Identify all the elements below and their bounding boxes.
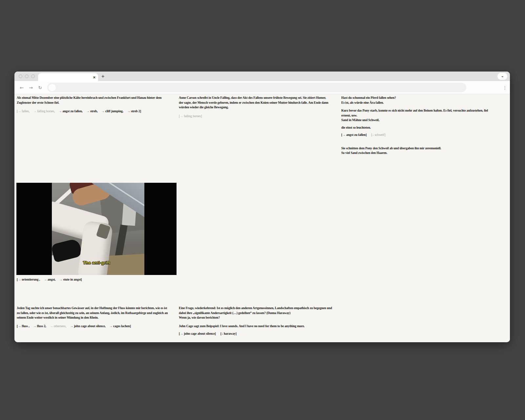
link-fluss-2[interactable]: → fluss 2,: [33, 324, 46, 328]
forward-button[interactable]: →: [26, 85, 35, 90]
link-john-cage-about-silence[interactable]: → john cage about silence,: [70, 324, 106, 328]
tab-strip: × + ⌄: [14, 72, 510, 81]
link-streb[interactable]: → streb,: [86, 109, 98, 113]
link-cages-lachen[interactable]: → cages lachen: [109, 324, 130, 328]
page-content: Als einmal Mitte Dezember eine plötzlich…: [14, 94, 510, 342]
link-john-cage-about-silence[interactable]: → john cage about silence: [180, 332, 215, 335]
reload-button[interactable]: ↻: [35, 85, 45, 90]
video-subtitle: The anti-grift: [16, 260, 177, 265]
paragraph: Jeden Tag suchte ich unser benachbartes …: [17, 306, 178, 320]
close-window-button[interactable]: [19, 74, 22, 78]
link-fluss[interactable]: → fluss ,: [18, 324, 29, 328]
close-tab-icon[interactable]: ×: [93, 75, 95, 79]
link-fallen[interactable]: → fallen,: [18, 109, 30, 113]
chevron-down-icon: ⌄: [501, 74, 504, 78]
kebab-menu-icon[interactable]: ⋮: [503, 81, 507, 94]
link-line: [→ orientierung ,→ angst,→ stute in angs…: [17, 277, 87, 282]
link-falling-horses[interactable]: → falling horses,: [33, 109, 55, 113]
maximize-window-button[interactable]: [31, 74, 35, 78]
paragraph: Als einmal Mitte Dezember eine plötzlich…: [17, 95, 178, 105]
text-block-pony: Hast du schonmal ein Pferd fallen sehen?…: [341, 95, 508, 156]
browser-tab[interactable]: ×: [38, 73, 98, 81]
paragraph: Eine Frage, wiederkehrend: Ist es möglic…: [179, 306, 343, 320]
link-angst-zu-fallen[interactable]: → angst zu fallen,: [58, 109, 82, 113]
video-still[interactable]: The anti-grift: [16, 183, 177, 275]
browser-window: × + ⌄ ← → ↻ ⋮ Als einmal Mitte Dezember …: [14, 72, 510, 342]
link-cliff-jumping[interactable]: → cliff jumping,: [101, 109, 123, 113]
link-schweif[interactable]: ↓ schweif: [372, 133, 384, 136]
link-streb-2[interactable]: → streb 2: [127, 109, 140, 113]
tab-list-button[interactable]: ⌄: [497, 73, 507, 80]
link-angst-zu-fallen[interactable]: → angst zu fallen: [342, 133, 366, 136]
link-line: [→ angst zu fallen][↓ schweif]: [341, 133, 508, 137]
link-falling-horses[interactable]: → falling horses: [180, 114, 201, 118]
text-block-schnee: Als einmal Mitte Dezember eine plötzlich…: [17, 95, 178, 114]
paragraph: Hast du schonmal ein Pferd fallen sehen?…: [341, 95, 508, 105]
paragraph: Sie schnitten dem Pony den Schweif ab un…: [341, 146, 508, 156]
paragraph: Anne Carson schreibt in Uncle Falling, d…: [179, 95, 341, 110]
link-line: [→ falling horses]: [179, 114, 341, 119]
paragraph: Kurz bevor das Pony starb, konnte es sic…: [341, 108, 508, 123]
link-orientierung[interactable]: → orientierung ,: [18, 278, 40, 281]
new-tab-button[interactable]: +: [101, 72, 104, 81]
media-caption: [→ orientierung ,→ angst,→ stute in angs…: [17, 277, 87, 282]
paragraph: John Cage sagt zum Beipspiel: I love sou…: [179, 324, 343, 329]
back-button[interactable]: ←: [17, 85, 26, 90]
url-input[interactable]: [56, 83, 466, 92]
text-block-haraway: Eine Frage, wiederkehrend: Ist es möglic…: [179, 306, 343, 336]
window-controls: [19, 72, 35, 81]
browser-toolbar: ← → ↻ ⋮: [14, 81, 510, 94]
link-stute-in-angst[interactable]: → stute in angst: [59, 278, 81, 281]
text-block-fluss: Jeden Tag suchte ich unser benachbartes …: [17, 306, 178, 328]
link-otherness[interactable]: → otherness,: [50, 324, 67, 328]
link-line: [→ john cage about silence][↓ haraway]: [179, 331, 343, 336]
link-haraway[interactable]: ↓ haraway: [221, 332, 236, 335]
link-line: [→ fallen,→ falling horses,→ angst zu fa…: [17, 109, 178, 114]
link-line: [→ fluss ,→ fluss 2,→ otherness,→ john c…: [17, 324, 178, 329]
paragraph: die einst so leuchteten.: [341, 125, 508, 130]
minimize-window-button[interactable]: [25, 74, 29, 78]
site-info-icon[interactable]: [49, 84, 56, 91]
text-block-anne-carson: Anne Carson schreibt in Uncle Falling, d…: [179, 95, 341, 118]
link-angst[interactable]: → angst,: [44, 278, 55, 281]
address-bar[interactable]: [47, 83, 466, 92]
